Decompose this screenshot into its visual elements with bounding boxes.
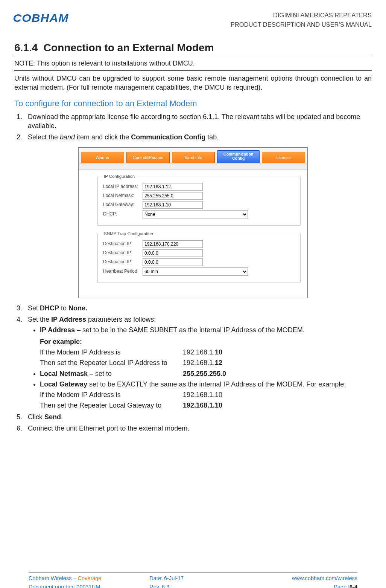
footer-page-number: 6-4 — [350, 584, 357, 588]
dhcp-label: DHCP: — [103, 212, 143, 217]
b2a: Local Netmask — [40, 370, 88, 377]
dest-ip-3-label: Destination IP: — [103, 260, 143, 265]
doc-title-1: DIGIMINI AMERICAS REPEATERS — [231, 11, 372, 20]
snmp-legend: SNMP Trap Configuration — [102, 231, 155, 237]
step-2: Select the band item and click the Commu… — [24, 133, 372, 142]
ripre: 192.168.1. — [183, 359, 215, 367]
modem-ip-value: 192.168.1.10 — [183, 348, 222, 357]
step2-band: band — [60, 133, 75, 141]
step2-text-a: Select the — [28, 133, 60, 141]
procedure-heading: To configure for connection to an Extern… — [14, 98, 372, 109]
footer-coverage: Coverage — [78, 575, 102, 581]
s3b: DHCP — [40, 304, 59, 312]
s3c: to — [59, 304, 68, 312]
ip-config-legend: IP Configuration — [102, 174, 136, 180]
local-netmask-label: Local Netmask: — [103, 193, 143, 199]
logo: COBHAM — [13, 11, 68, 26]
repeater-ip-label: Then set the Repeater Local IP Address t… — [40, 358, 183, 367]
footer-rev: Rev. 6.3 — [138, 583, 248, 588]
b1a: IP Address — [40, 326, 75, 334]
heartbeat-label: Heartbeat Period — [103, 269, 143, 274]
local-netmask-input[interactable] — [143, 192, 203, 200]
b3a: Local Gateway — [40, 380, 87, 388]
repeater-ip-value: 192.168.1.12 — [183, 358, 222, 367]
b3b: set to be EXACTLY the same as the intern… — [87, 380, 346, 388]
b2b: – set to — [88, 370, 112, 377]
step-3: Set DHCP to None. — [24, 304, 372, 313]
rule-bottom — [14, 70, 372, 71]
tab-alarms[interactable]: Alarms — [81, 152, 124, 163]
dhcp-select[interactable]: None — [143, 210, 248, 218]
step-4: Set the IP Address parameters as follows… — [24, 315, 372, 410]
b1b: – set to be in the SAME SUBNET as the in… — [75, 326, 305, 334]
modem-ip-label: If the Modem IP Address is — [40, 348, 183, 357]
step2-text-c: item and click the — [75, 133, 131, 141]
s4a: Set the — [28, 316, 51, 323]
screenshot-body: IP Configuration Local IP address: Local… — [79, 170, 307, 298]
bullet-ip-address: IP Address – set to be in the SAME SUBNE… — [40, 325, 372, 367]
send-label: Send — [44, 413, 61, 421]
local-ip-input[interactable] — [143, 183, 203, 191]
doc-title-2: PRODUCT DESCRIPTION AND USER'S MANUAL — [231, 20, 372, 29]
tab-bar: Alarms Control&Params Band Info Communic… — [79, 148, 307, 163]
dest-ip-1-input[interactable] — [143, 240, 203, 248]
mibold: 10 — [215, 348, 222, 356]
dest-ip-2-input[interactable] — [143, 249, 203, 257]
mipre: 192.168.1. — [183, 348, 215, 356]
gw-modem-label: If the Modem IP Address is — [40, 390, 183, 399]
header-right: DIGIMINI AMERICAS REPEATERS PRODUCT DESC… — [231, 11, 372, 29]
tab-control-params[interactable]: Control&Params — [126, 152, 170, 163]
s4c: parameters as follows: — [86, 316, 156, 323]
bullet-local-netmask: Local Netmask – set to 255.255.255.0 — [40, 369, 372, 378]
section-number: 6.1.4 — [14, 42, 38, 53]
heartbeat-select[interactable]: 60 min — [143, 267, 248, 276]
gw-repeater-label: Then set the Repeater Local Gateway to — [40, 401, 183, 410]
page-header: COBHAM DIGIMINI AMERICAS REPEATERS PRODU… — [14, 11, 372, 29]
gw-repeater-value: 192.168.1.10 — [183, 401, 222, 410]
netmask-value: 255.255.255.0 — [183, 369, 226, 378]
page-footer: Cobham Wireless – Coverage Date: 6-Jul-1… — [29, 572, 357, 588]
step4-bullets: IP Address – set to be in the SAME SUBNE… — [28, 325, 372, 410]
ip-configuration-fieldset: IP Configuration Local IP address: Local… — [97, 177, 301, 226]
ribold: 12 — [215, 359, 222, 367]
for-example: For example: — [40, 337, 372, 346]
footer-dash: – — [71, 575, 78, 581]
step-1: Download the appropriate license file ac… — [24, 112, 372, 131]
dest-ip-1-label: Destination IP: — [103, 241, 143, 247]
s5a: Click — [28, 413, 44, 421]
step2-tab: Communication Config — [131, 133, 205, 141]
footer-cobham: Cobham Wireless — [29, 575, 71, 581]
snmp-trap-fieldset: SNMP Trap Configuration Destination IP: … — [97, 234, 301, 283]
bullet-local-gateway: Local Gateway set to be EXACTLY the same… — [40, 380, 372, 410]
note: NOTE: This option is relevant to install… — [14, 58, 372, 69]
rule-top — [14, 56, 372, 56]
local-gateway-input[interactable] — [143, 201, 203, 209]
s4b: IP Address — [51, 316, 86, 323]
tab-band-info[interactable]: Band Info — [172, 152, 215, 163]
tab-communication-config[interactable]: Communication Config — [217, 150, 260, 163]
section-heading: 6.1.4 Connection to an External Modem — [14, 41, 372, 55]
embedded-screenshot: Alarms Control&Params Band Info Communic… — [78, 147, 308, 298]
footer-docnum: Document number: 00031UM — [29, 583, 138, 588]
footer-page-prefix: Page | — [334, 584, 350, 588]
dest-ip-3-input[interactable] — [143, 258, 203, 266]
dest-ip-2-label: Destination IP: — [103, 250, 143, 256]
local-gateway-label: Local Gateway: — [103, 202, 143, 208]
step2-text-e: tab. — [205, 133, 219, 141]
horizontal-scrollbar[interactable] — [79, 163, 307, 170]
footer-page: Page |6-4 — [248, 583, 357, 588]
section-title: Connection to an External Modem — [44, 42, 214, 53]
footer-company: Cobham Wireless – Coverage — [29, 575, 138, 582]
local-ip-label: Local IP address: — [103, 184, 143, 189]
footer-date: Date: 6-Jul-17 — [138, 575, 248, 582]
step-6: Connect the unit Ethernet port to the ex… — [24, 424, 372, 433]
s3a: Set — [28, 304, 40, 312]
procedure-list-continued: Set DHCP to None. Set the IP Address par… — [14, 304, 372, 433]
tab-license[interactable]: License — [262, 152, 305, 163]
step-5: Click Send. — [24, 412, 372, 422]
intro-paragraph: Units without DMCU can be upgraded to su… — [14, 74, 372, 92]
procedure-list: Download the appropriate license file ac… — [14, 112, 372, 142]
footer-url: www.cobham.com/wireless — [248, 575, 357, 582]
s3d: None. — [68, 304, 87, 312]
gw-modem-value: 192.168.1.10 — [183, 390, 222, 399]
